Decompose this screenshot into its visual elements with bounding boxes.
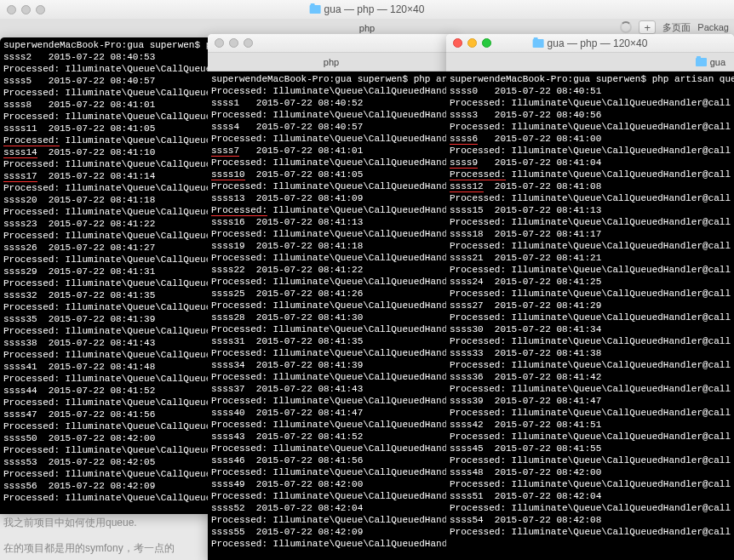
terminal-line: Processed: Illuminate\Queue\CallQueuedHa… bbox=[450, 383, 731, 395]
terminal-line: ssss22 2015-07-22 08:41:22 bbox=[211, 264, 451, 276]
terminal-line: Processed: Illuminate\Queue\CallQueuedHa… bbox=[211, 109, 451, 121]
terminal-line: Processed: Illuminate\Queue\CallQueuedHa… bbox=[211, 419, 451, 431]
terminal-line: ssss27 2015-07-22 08:41:29 bbox=[450, 300, 731, 311]
maximize-icon[interactable] bbox=[36, 5, 45, 14]
terminal-window-2[interactable]: php superwendeMacBook-Pro:gua superwen$ … bbox=[208, 34, 455, 560]
terminal-line: ssss56 2015-07-22 08:42:09 bbox=[3, 480, 209, 492]
maximize-icon[interactable] bbox=[482, 38, 491, 48]
terminal-line: ssss51 2015-07-22 08:42:04 bbox=[450, 490, 731, 502]
terminal-line: ssss38 2015-07-22 08:41:43 bbox=[3, 337, 209, 349]
terminal-line: ssss16 2015-07-22 08:41:13 bbox=[211, 216, 451, 228]
terminal-line: Processed: Illuminate\Queue\CallQueuedHa… bbox=[450, 502, 731, 514]
terminal-line: Processed: Illuminate\Queue\CallQueuedHa… bbox=[450, 311, 731, 323]
terminal-line: ssss5 2015-07-22 08:40:57 bbox=[3, 75, 209, 87]
terminal-line: ssss12 2015-07-22 08:41:08 bbox=[450, 180, 731, 192]
background-titlebar[interactable]: gua — php — 120×40 bbox=[0, 0, 734, 19]
terminal-line: ssss50 2015-07-22 08:42:00 bbox=[3, 432, 209, 444]
terminal-line: ssss30 2015-07-22 08:41:34 bbox=[450, 323, 731, 335]
terminal-line: Processed: Illuminate\Queue\CallQueuedHa bbox=[3, 158, 209, 170]
maximize-icon[interactable] bbox=[244, 38, 253, 48]
terminal-line: ssss3 2015-07-22 08:40:56 bbox=[450, 109, 731, 121]
terminal-line: ssss34 2015-07-22 08:41:39 bbox=[211, 359, 451, 371]
tabbar-2[interactable]: php bbox=[208, 53, 455, 71]
spinner-icon bbox=[620, 21, 632, 33]
terminal-line: Processed: Illuminate\Queue\CallQueuedHa… bbox=[450, 526, 731, 538]
terminal-line: Processed: Illuminate\Queue\CallQueuedHa… bbox=[211, 300, 451, 311]
label-multipage: 多页面 bbox=[662, 21, 691, 34]
minimize-icon[interactable] bbox=[21, 5, 31, 14]
close-icon[interactable] bbox=[7, 5, 16, 14]
terminal-line: Processed: Illuminate\Queue\CallQueuedHa bbox=[3, 230, 209, 242]
terminal-line: ssss25 2015-07-22 08:41:26 bbox=[211, 288, 451, 300]
terminal-line: Processed: Illuminate\Queue\CallQueuedHa… bbox=[211, 252, 451, 264]
background-text-1: 我之前项目中如何使用queue. bbox=[3, 516, 137, 530]
terminal-line: Processed: Illuminate\Queue\CallQueuedHa… bbox=[450, 288, 731, 300]
terminal-line: ssss54 2015-07-22 08:42:08 bbox=[450, 514, 731, 526]
terminal-line: Processed: Illuminate\Queue\CallQueuedHa… bbox=[211, 180, 451, 192]
terminal-line: Processed: Illuminate\Queue\CallQueuedHa bbox=[3, 325, 209, 337]
terminal-line: Processed: Illuminate\Queue\CallQueuedHa… bbox=[450, 478, 731, 490]
terminal-line: Processed: Illuminate\Queue\CallQueuedHa… bbox=[450, 216, 731, 228]
terminal-line: Processed: Illuminate\Queue\CallQueuedHa… bbox=[211, 228, 451, 240]
terminal-window-3[interactable]: gua — php — 120×40 gua superwendeMacBook… bbox=[446, 34, 734, 560]
terminal-line: ssss39 2015-07-22 08:41:47 bbox=[450, 395, 731, 407]
right-toolbar: + 多页面 Packag bbox=[620, 20, 729, 34]
terminal-line: ssss7 2015-07-22 08:41:01 bbox=[211, 145, 451, 157]
terminal-line: ssss10 2015-07-22 08:41:05 bbox=[211, 169, 451, 180]
terminal-line: ssss1 2015-07-22 08:40:52 bbox=[211, 97, 451, 109]
close-icon[interactable] bbox=[453, 38, 462, 48]
terminal-line: ssss48 2015-07-22 08:42:00 bbox=[450, 466, 731, 478]
terminal-line: ssss23 2015-07-22 08:41:22 bbox=[3, 218, 209, 230]
terminal-line: ssss6 2015-07-22 08:41:00 bbox=[450, 133, 731, 145]
terminal-line: ssss0 2015-07-22 08:40:51 bbox=[450, 85, 731, 97]
terminal-body-1[interactable]: superwendeMacBook-Pro:gua superwen$ phps… bbox=[0, 37, 213, 514]
terminal-line: Processed: Illuminate\Queue\CallQueuedHa… bbox=[450, 407, 731, 419]
minimize-icon[interactable] bbox=[467, 38, 477, 48]
terminal-line: Processed: Illuminate\Queue\CallQueuedHa… bbox=[211, 133, 451, 145]
folder-icon bbox=[696, 58, 707, 66]
terminal-line: ssss21 2015-07-22 08:41:21 bbox=[450, 252, 731, 264]
terminal-line: ssss49 2015-07-22 08:42:00 bbox=[211, 478, 451, 490]
terminal-line: Processed: Illuminate\Queue\CallQueuedHa bbox=[3, 444, 209, 456]
terminal-line: ssss41 2015-07-22 08:41:48 bbox=[3, 361, 209, 373]
close-icon[interactable] bbox=[215, 38, 224, 48]
terminal-line: Processed: Illuminate\Queue\CallQueuedHa bbox=[3, 373, 209, 385]
terminal-line: Processed: Illuminate\Queue\CallQueuedHa bbox=[3, 134, 209, 146]
terminal-line: Processed: Illuminate\Queue\CallQueuedHa… bbox=[450, 97, 731, 109]
terminal-line: ssss35 2015-07-22 08:41:39 bbox=[3, 313, 209, 325]
terminal-body-3[interactable]: superwendeMacBook-Pro:gua superwen$ php … bbox=[446, 71, 734, 560]
terminal-line: ssss17 2015-07-22 08:41:14 bbox=[3, 170, 209, 182]
terminal-line: Processed: Illuminate\Queue\CallQueuedHa bbox=[3, 397, 209, 409]
terminal-line: ssss46 2015-07-22 08:41:56 bbox=[211, 454, 451, 466]
terminal-line: ssss31 2015-07-22 08:41:35 bbox=[211, 335, 451, 347]
terminal-line: Processed: Illuminate\Queue\CallQueuedHa… bbox=[450, 121, 731, 133]
terminal-line: ssss28 2015-07-22 08:41:30 bbox=[211, 311, 451, 323]
terminal-line: Processed: Illuminate\Queue\CallQueuedHa… bbox=[450, 264, 731, 276]
terminal-line: Processed: Illuminate\Queue\CallQueuedHa… bbox=[211, 538, 451, 550]
terminal-line: ssss42 2015-07-22 08:41:51 bbox=[450, 419, 731, 431]
terminal-line: Processed: Illuminate\Queue\CallQueuedHa… bbox=[211, 371, 451, 383]
terminal-line: ssss47 2015-07-22 08:41:56 bbox=[3, 409, 209, 420]
titlebar-3[interactable]: gua — php — 120×40 bbox=[446, 34, 734, 53]
title-3: gua — php — 120×40 bbox=[533, 37, 648, 49]
titlebar-2[interactable] bbox=[208, 34, 455, 53]
terminal-line: Processed: Illuminate\Queue\CallQueuedHa bbox=[3, 182, 209, 194]
terminal-line: Processed: Illuminate\Queue\CallQueuedHa… bbox=[211, 323, 451, 335]
terminal-line: ssss36 2015-07-22 08:41:42 bbox=[450, 371, 731, 383]
terminal-body-2[interactable]: superwendeMacBook-Pro:gua superwen$ php … bbox=[208, 71, 455, 560]
terminal-line: ssss26 2015-07-22 08:41:27 bbox=[3, 242, 209, 254]
terminal-prompt: superwendeMacBook-Pro:gua superwen$ php … bbox=[450, 73, 731, 85]
add-tab-button[interactable]: + bbox=[639, 20, 656, 34]
terminal-line: ssss11 2015-07-22 08:41:05 bbox=[3, 123, 209, 134]
terminal-line: Processed: Illuminate\Queue\CallQueuedHa bbox=[3, 63, 209, 75]
terminal-line: Processed: Illuminate\Queue\CallQueuedHa… bbox=[450, 169, 731, 180]
terminal-line: Processed: Illuminate\Queue\CallQueuedHa… bbox=[450, 359, 731, 371]
terminal-window-1[interactable]: superwendeMacBook-Pro:gua superwen$ phps… bbox=[0, 37, 213, 514]
terminal-line: ssss55 2015-07-22 08:42:09 bbox=[211, 526, 451, 538]
terminal-line: ssss40 2015-07-22 08:41:47 bbox=[211, 407, 451, 419]
terminal-line: Processed: Illuminate\Queue\CallQueuedHa… bbox=[450, 145, 731, 157]
terminal-line: ssss44 2015-07-22 08:41:52 bbox=[3, 385, 209, 397]
minimize-icon[interactable] bbox=[229, 38, 238, 48]
tabbar-3[interactable]: gua bbox=[446, 53, 734, 71]
terminal-line: ssss13 2015-07-22 08:41:09 bbox=[211, 192, 451, 204]
